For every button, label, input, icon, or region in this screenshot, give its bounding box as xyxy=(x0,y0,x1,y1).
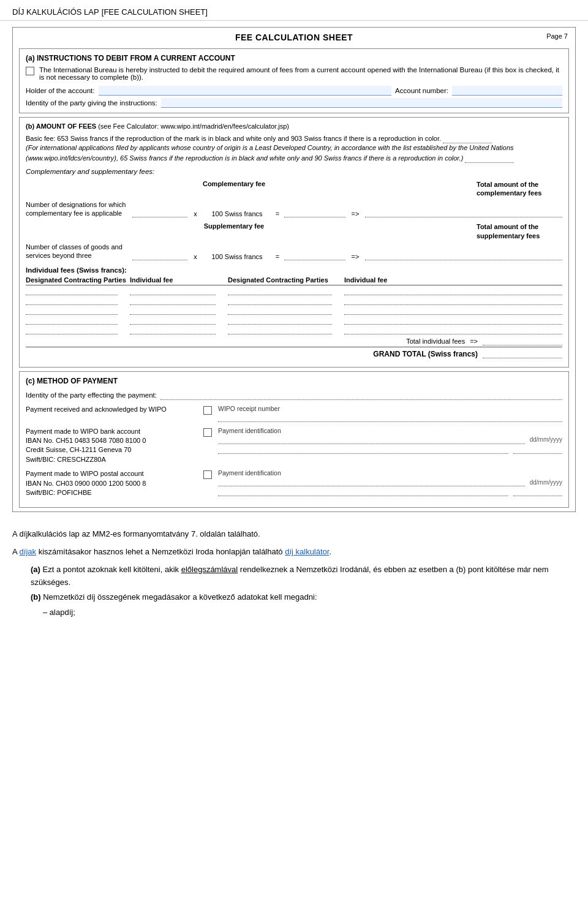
indiv-r2c4[interactable] xyxy=(344,296,562,305)
below-p3-label: (a) xyxy=(31,565,40,574)
payment-option-2-left: Payment made to WIPO bank account IBAN N… xyxy=(26,427,197,465)
indiv-r4c3[interactable] xyxy=(228,316,332,325)
payment-option-2-checkbox[interactable] xyxy=(203,428,212,437)
title-english: [FEE CALCULATION SHEET] xyxy=(102,7,208,17)
payment-option-2-right: Payment identification dd/mm/yyyy xyxy=(218,427,562,454)
account-number-field[interactable] xyxy=(452,86,562,96)
postal-date-label: dd/mm/yyyy xyxy=(530,479,562,486)
bank-payment-field-row2 xyxy=(218,445,562,454)
indiv-r1c2[interactable] xyxy=(130,287,216,295)
postal-payment-field[interactable] xyxy=(218,478,525,486)
below-p4-text: Nemzetközi díj összegének megadásakor a … xyxy=(41,592,317,602)
supp-dots3[interactable] xyxy=(365,251,562,260)
comp-dots3[interactable] xyxy=(365,208,562,217)
basic-fee-normal: Basic fee: 653 Swiss francs if the repro… xyxy=(26,135,441,142)
identity-row: Identity of the party giving the instruc… xyxy=(26,98,562,108)
indiv-row-2 xyxy=(26,296,562,305)
comp-dots2[interactable] xyxy=(284,208,345,217)
below-p3: (a) Ezt a pontot azoknak kell kitölteni,… xyxy=(31,564,576,589)
indiv-r1c4[interactable] xyxy=(344,287,562,295)
postal-payment-field-row2 xyxy=(218,488,562,496)
payment-option-1: Payment received and acknowledged by WIP… xyxy=(26,405,562,422)
indiv-r2c3[interactable] xyxy=(228,296,332,305)
indiv-r3c2[interactable] xyxy=(130,306,216,315)
supp-dots1[interactable] xyxy=(132,251,187,260)
indiv-r1c1[interactable] xyxy=(26,287,118,295)
payment-identity-label: Identity of the party effecting the paym… xyxy=(26,391,157,399)
indiv-col2-header: Individual fee xyxy=(130,276,228,284)
total-indiv-field[interactable] xyxy=(483,337,562,345)
payment-option-1-right: WIPO receipt number xyxy=(218,405,562,422)
payment-option-3-checkbox[interactable] xyxy=(203,470,212,479)
indiv-row-4 xyxy=(26,316,562,325)
indiv-row-3 xyxy=(26,306,562,315)
indiv-r3c1[interactable] xyxy=(26,306,118,315)
below-p2-link2[interactable]: díj kalkulátor xyxy=(285,547,329,556)
basic-fee-italic: (For international applications filed by… xyxy=(26,144,514,161)
bank-payment-id-label: Payment identification xyxy=(218,427,562,434)
comp-total-header: Total amount of the complementary fees xyxy=(477,180,562,198)
total-indiv-arrow: => xyxy=(470,338,478,345)
holder-row: Holder of the account: Account number: xyxy=(26,86,562,96)
supp-fee-row: Number of classes of goods and services … xyxy=(26,243,562,260)
wipo-receipt-field[interactable] xyxy=(218,413,562,422)
comp-col3-header xyxy=(185,180,197,198)
below-p2-middle: kiszámításakor hasznos lehet a Nemzetköz… xyxy=(36,547,285,556)
supp-arrow: => xyxy=(348,253,363,260)
comp-dots1[interactable] xyxy=(132,208,187,217)
indiv-r4c1[interactable] xyxy=(26,316,118,325)
below-p1: A díjkalkulációs lap az MM2-es formanyom… xyxy=(12,528,576,541)
indiv-r5c2[interactable] xyxy=(130,326,216,334)
supp-desc: Number of classes of goods and services … xyxy=(26,243,130,260)
identity-field[interactable] xyxy=(161,98,562,108)
supp-header-row: Supplementary fee Total amount of the su… xyxy=(26,222,562,240)
comp-x: x xyxy=(190,210,201,217)
holder-field[interactable] xyxy=(99,86,392,96)
indiv-col3-header: Designated Contracting Parties xyxy=(228,276,344,284)
comp-arrow: => xyxy=(348,210,363,217)
basic-fee-dotted[interactable] xyxy=(443,134,492,143)
grand-total-field[interactable] xyxy=(483,350,562,358)
supp-dots2[interactable] xyxy=(284,251,345,260)
total-indiv-row: Total individual fees => xyxy=(26,337,562,345)
supp-col1-header xyxy=(26,222,130,240)
below-p2-suffix: . xyxy=(329,547,331,556)
comp-fee-row: Number of designations for which complem… xyxy=(26,200,562,218)
identity-label: Identity of the party giving the instruc… xyxy=(26,99,157,107)
supp-col5-header xyxy=(271,222,477,240)
indiv-r1c3[interactable] xyxy=(228,287,332,295)
comp-fee-header: Complementary fee xyxy=(197,180,271,198)
postal-date-field[interactable] xyxy=(513,488,562,496)
bank-date-label: dd/mm/yyyy xyxy=(530,436,562,443)
debit-checkbox[interactable] xyxy=(26,67,34,75)
bank-payment-field[interactable] xyxy=(218,436,525,444)
postal-payment-field-row: dd/mm/yyyy xyxy=(218,478,562,486)
indiv-r5c3[interactable] xyxy=(228,326,332,334)
bank-date-field[interactable] xyxy=(513,445,562,454)
indiv-r4c4[interactable] xyxy=(344,316,562,325)
section-a-checkbox-row: The International Bureau is hereby instr… xyxy=(26,66,562,81)
indiv-row-1 xyxy=(26,287,562,295)
page-number: Page 7 xyxy=(546,32,568,40)
indiv-r5c1[interactable] xyxy=(26,326,118,334)
section-c: (c) METHOD OF PAYMENT Identity of the pa… xyxy=(19,371,569,508)
payment-option-3-left: Payment made to WIPO postal account IBAN… xyxy=(26,469,197,497)
account-number-label: Account number: xyxy=(395,87,448,94)
payment-identity-field[interactable] xyxy=(160,390,562,400)
payment-option-2: Payment made to WIPO bank account IBAN N… xyxy=(26,427,562,465)
comp-desc: Number of designations for which complem… xyxy=(26,200,130,218)
bank-payment-field2[interactable] xyxy=(218,445,508,454)
comp-equals: = xyxy=(273,210,282,217)
doc-title-bar: Page 7 FEE CALCULATION SHEET xyxy=(13,28,575,45)
indiv-r3c3[interactable] xyxy=(228,306,332,315)
below-p2-link1[interactable]: díjak xyxy=(20,547,36,556)
indiv-r2c1[interactable] xyxy=(26,296,118,305)
bank-payment-field-row: dd/mm/yyyy xyxy=(218,436,562,444)
indiv-r2c2[interactable] xyxy=(130,296,216,305)
indiv-r5c4[interactable] xyxy=(344,326,562,334)
postal-payment-field2[interactable] xyxy=(218,488,508,496)
indiv-r3c4[interactable] xyxy=(344,306,562,315)
payment-option-1-checkbox[interactable] xyxy=(203,406,212,415)
section-b-label: (b) AMOUNT OF FEES (see Fee Calculator: … xyxy=(26,123,562,130)
indiv-r4c2[interactable] xyxy=(130,316,216,325)
